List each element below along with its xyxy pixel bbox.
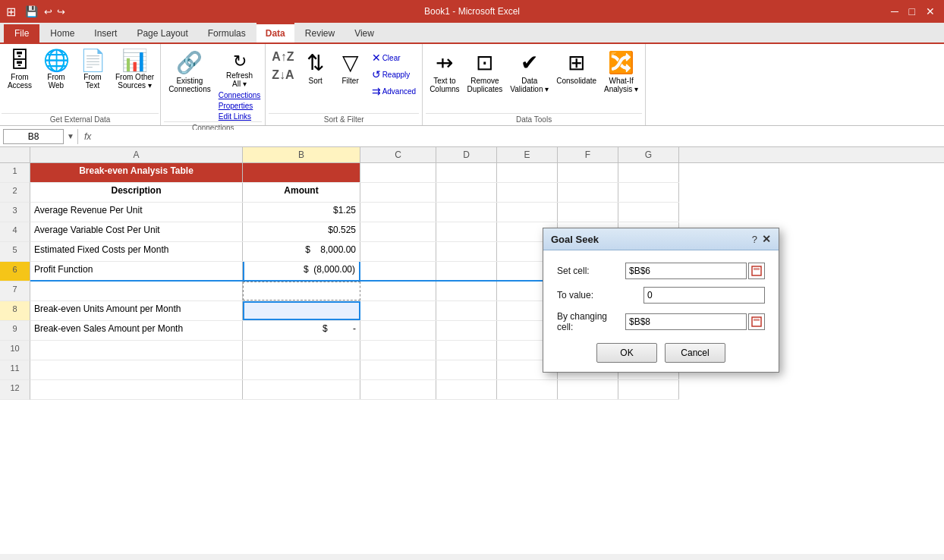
- cell-b7[interactable]: [243, 282, 360, 300]
- cell-c3[interactable]: [360, 203, 436, 222]
- cell-c9[interactable]: [360, 321, 436, 340]
- cell-d8[interactable]: [436, 301, 497, 320]
- cell-c8[interactable]: [360, 301, 436, 320]
- from-web-button[interactable]: 🌐 FromWeb: [38, 47, 74, 113]
- col-header-b[interactable]: B: [243, 147, 360, 162]
- formula-input[interactable]: [97, 130, 941, 143]
- row-num-10[interactable]: 10: [0, 341, 30, 360]
- cell-c10[interactable]: [360, 341, 436, 360]
- dialog-close-button[interactable]: ✕: [762, 233, 771, 245]
- cell-d4[interactable]: [436, 222, 497, 241]
- dialog-help-button[interactable]: ?: [752, 234, 757, 245]
- cell-d12[interactable]: [436, 380, 497, 399]
- cell-b4[interactable]: $0.525: [243, 222, 360, 241]
- from-text-button[interactable]: 📄 FromText: [74, 47, 111, 113]
- cell-c11[interactable]: [360, 360, 436, 379]
- cell-b2[interactable]: Amount: [243, 183, 360, 202]
- row-num-5[interactable]: 5: [0, 242, 30, 262]
- cell-c4[interactable]: [360, 222, 436, 241]
- cell-c1[interactable]: [360, 163, 436, 182]
- col-header-g[interactable]: G: [618, 147, 679, 162]
- cell-d5[interactable]: [436, 242, 497, 261]
- cell-a7[interactable]: [30, 282, 243, 300]
- properties-link-button[interactable]: Properties: [217, 101, 263, 111]
- cell-e2[interactable]: [497, 183, 558, 202]
- ok-button[interactable]: OK: [596, 343, 657, 363]
- cell-b9[interactable]: $ -: [243, 321, 360, 340]
- by-changing-ref-button[interactable]: [748, 313, 765, 330]
- row-num-6[interactable]: 6: [0, 262, 30, 282]
- row-num-2[interactable]: 2: [0, 183, 30, 203]
- cell-d2[interactable]: [436, 183, 497, 202]
- window-minimize[interactable]: ─: [891, 5, 898, 17]
- tab-formulas[interactable]: Formulas: [199, 24, 255, 42]
- col-header-a[interactable]: A: [30, 147, 243, 162]
- consolidate-button[interactable]: ⊞ Consolidate: [552, 47, 600, 88]
- cell-c5[interactable]: [360, 242, 436, 261]
- cancel-button[interactable]: Cancel: [665, 343, 725, 363]
- cell-a5[interactable]: Estimated Fixed Costs per Month: [30, 242, 243, 261]
- cell-a6[interactable]: Profit Function: [30, 262, 243, 280]
- refresh-all-button[interactable]: ↻ RefreshAll ▾: [217, 50, 263, 90]
- by-changing-input[interactable]: [625, 313, 747, 330]
- cell-g3[interactable]: [618, 203, 679, 222]
- col-header-f[interactable]: F: [558, 147, 618, 162]
- data-validation-button[interactable]: ✔ DataValidation ▾: [506, 47, 552, 96]
- row-num-12[interactable]: 12: [0, 380, 30, 400]
- cell-a8[interactable]: Break-even Units Amount per Month: [30, 301, 243, 320]
- to-value-input[interactable]: [643, 287, 765, 304]
- cell-b3[interactable]: $1.25: [243, 203, 360, 222]
- existing-connections-button[interactable]: 🔗 ExistingConnections: [164, 47, 216, 96]
- row-num-3[interactable]: 3: [0, 203, 30, 222]
- cell-f12[interactable]: [558, 380, 618, 399]
- row-num-4[interactable]: 4: [0, 222, 30, 242]
- cell-f1[interactable]: [558, 163, 618, 182]
- row-num-7[interactable]: 7: [0, 282, 30, 301]
- cell-b11[interactable]: [243, 360, 360, 379]
- cell-g1[interactable]: [618, 163, 679, 182]
- cell-d6[interactable]: [436, 262, 497, 280]
- connections-link-button[interactable]: Connections: [217, 90, 263, 100]
- cell-d3[interactable]: [436, 203, 497, 222]
- qa-redo[interactable]: ↪: [57, 6, 65, 17]
- set-cell-ref-button[interactable]: [748, 263, 765, 279]
- row-num-1[interactable]: 1: [0, 163, 30, 183]
- from-access-button[interactable]: 🗄 FromAccess: [2, 47, 38, 113]
- cell-a1[interactable]: Break-even Analysis Table: [30, 163, 243, 182]
- advanced-button[interactable]: ⇉Advanced: [369, 83, 419, 99]
- tab-insert[interactable]: Insert: [85, 24, 126, 42]
- set-cell-input[interactable]: [625, 263, 747, 279]
- cell-e12[interactable]: [497, 380, 558, 399]
- cell-reference-input[interactable]: B8: [3, 129, 64, 144]
- filter-button[interactable]: ▽ Filter: [334, 47, 367, 88]
- dropdown-arrow[interactable]: ▼: [67, 132, 74, 140]
- sort-button[interactable]: ⇅ Sort: [299, 47, 332, 88]
- qa-save[interactable]: 💾: [25, 5, 38, 17]
- cell-a12[interactable]: [30, 380, 243, 399]
- cell-e1[interactable]: [497, 163, 558, 182]
- cell-b12[interactable]: [243, 380, 360, 399]
- row-num-8[interactable]: 8: [0, 301, 30, 321]
- tab-view[interactable]: View: [345, 24, 383, 42]
- cell-b6[interactable]: $ (8,000.00): [243, 262, 360, 280]
- cell-d1[interactable]: [436, 163, 497, 182]
- col-header-e[interactable]: E: [497, 147, 558, 162]
- cell-a10[interactable]: [30, 341, 243, 360]
- dialog-header[interactable]: Goal Seek ? ✕: [543, 228, 779, 250]
- sort-az-button[interactable]: A↑Z: [269, 49, 297, 65]
- cell-b5[interactable]: $ 8,000.00: [243, 242, 360, 261]
- row-num-11[interactable]: 11: [0, 360, 30, 380]
- tab-home[interactable]: Home: [41, 24, 83, 42]
- col-header-d[interactable]: D: [436, 147, 497, 162]
- tab-page-layout[interactable]: Page Layout: [127, 24, 197, 42]
- text-to-columns-button[interactable]: ⇸ Text toColumns: [426, 47, 463, 96]
- tab-data[interactable]: Data: [256, 23, 294, 42]
- cell-c6[interactable]: [360, 262, 436, 280]
- cell-e3[interactable]: [497, 203, 558, 222]
- cell-b10[interactable]: [243, 341, 360, 360]
- what-if-button[interactable]: 🔀 What-IfAnalysis ▾: [600, 47, 642, 96]
- row-num-9[interactable]: 9: [0, 321, 30, 341]
- tab-review[interactable]: Review: [296, 24, 344, 42]
- cell-a11[interactable]: [30, 360, 243, 379]
- cell-a2[interactable]: Description: [30, 183, 243, 202]
